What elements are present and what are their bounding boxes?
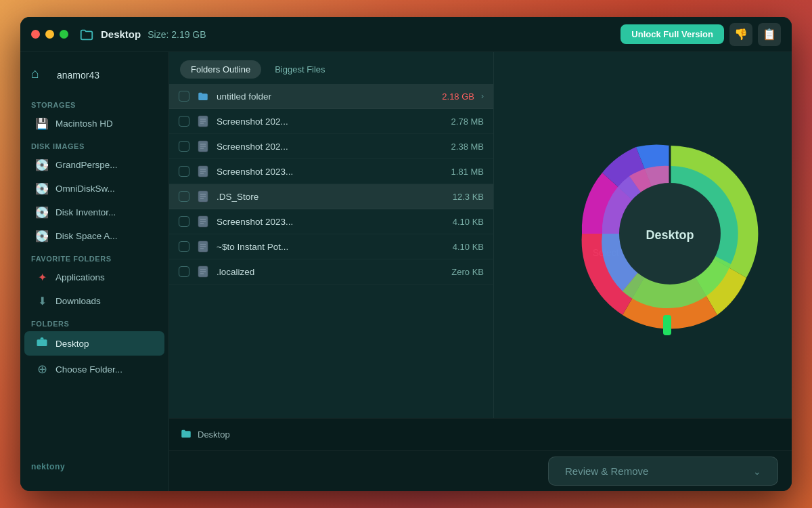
- sidebar-item-diskinventor[interactable]: 💽 Disk Inventor...: [24, 201, 164, 224]
- footer-bar: Review & Remove ⌄: [169, 450, 792, 491]
- grandpersp-label: GrandPerspe...: [55, 160, 118, 170]
- sidebar-item-diskspace[interactable]: 💽 Disk Space A...: [24, 225, 164, 247]
- nektony-logo: nektony: [31, 462, 65, 471]
- file-row[interactable]: Screenshot 202... 2.38 MB: [169, 134, 493, 159]
- file-size: 4.10 KB: [453, 242, 484, 252]
- file-checkbox[interactable]: [179, 241, 189, 252]
- file-size: 2.38 MB: [451, 142, 484, 152]
- feedback-button[interactable]: 👎: [729, 23, 752, 46]
- doc-icon: [196, 190, 210, 203]
- doc-icon: [196, 215, 210, 228]
- preview-panel: « Select an item to review: [494, 52, 792, 418]
- sidebar-user: ⌂ anamor43: [20, 60, 168, 94]
- sidebar-item-choose-folder[interactable]: ⊕ Choose Folder...: [24, 357, 164, 381]
- traffic-lights: [31, 30, 68, 39]
- sidebar-item-desktop[interactable]: Desktop: [24, 331, 164, 356]
- chevron-down-icon: ⌄: [753, 466, 761, 477]
- app-window: Desktop Size: 2.19 GB Unlock Full Versio…: [20, 17, 792, 491]
- drive-icon: 💾: [35, 117, 49, 130]
- bottom-path-label: Desktop: [198, 429, 230, 440]
- doc-icon: [196, 114, 210, 128]
- minimize-button[interactable]: [45, 30, 54, 39]
- tab-bar: Folders Outline Biggest Files: [169, 52, 493, 84]
- file-checkbox[interactable]: [179, 266, 189, 277]
- file-size: 12.3 KB: [453, 192, 484, 202]
- disk-icon-2: 💽: [35, 182, 49, 195]
- favorite-folders-label: Favorite folders: [20, 248, 168, 266]
- file-name: .DS_Store: [217, 192, 446, 202]
- file-checkbox[interactable]: [179, 141, 189, 152]
- file-name: Screenshot 202...: [217, 117, 445, 127]
- file-row[interactable]: Screenshot 202... 2.78 MB: [169, 109, 493, 134]
- review-remove-label: Review & Remove: [565, 465, 648, 477]
- applications-label: Applications: [55, 272, 105, 282]
- choose-folder-label: Choose Folder...: [55, 364, 122, 375]
- file-checkbox[interactable]: [179, 116, 189, 127]
- svg-rect-0: [37, 339, 47, 346]
- donut-chart-svg: Desktop: [568, 132, 771, 335]
- unlock-button[interactable]: Unlock Full Version: [621, 24, 724, 44]
- doc-icon: [196, 265, 210, 278]
- close-button[interactable]: [31, 30, 40, 39]
- maximize-button[interactable]: [60, 30, 68, 39]
- titlebar: Desktop Size: 2.19 GB Unlock Full Versio…: [20, 17, 792, 52]
- file-checkbox[interactable]: [179, 191, 189, 202]
- sidebar-item-downloads[interactable]: ⬇ Downloads: [24, 290, 164, 312]
- folders-label: Folders: [20, 313, 168, 331]
- folder-icon: [79, 27, 94, 42]
- disk-icon-3: 💽: [35, 206, 49, 219]
- window-size: Size: 2.19 GB: [148, 29, 206, 40]
- file-name: untitled folder: [217, 91, 435, 102]
- desktop-folder-icon: [35, 336, 49, 351]
- downloads-label: Downloads: [55, 296, 101, 306]
- main-content: ⌂ anamor43 Storages 💾 Macintosh HD Disk …: [20, 52, 792, 491]
- file-row[interactable]: Screenshot 2023... 1.81 MB: [169, 159, 493, 184]
- file-name: ~$to Instant Pot...: [217, 242, 446, 252]
- info-button[interactable]: 📋: [758, 23, 781, 46]
- file-row[interactable]: .DS_Store 12.3 KB: [169, 184, 493, 209]
- file-size: Zero KB: [451, 267, 484, 277]
- username-label: anamor43: [57, 70, 99, 81]
- sidebar-item-omnidisk[interactable]: 💽 OmniDiskSw...: [24, 177, 164, 200]
- file-row[interactable]: Screenshot 2023... 4.10 KB: [169, 209, 493, 234]
- home-icon: ⌂: [31, 66, 50, 85]
- sidebar: ⌂ anamor43 Storages 💾 Macintosh HD Disk …: [20, 52, 169, 491]
- file-size: 4.10 KB: [453, 217, 484, 227]
- review-remove-button[interactable]: Review & Remove ⌄: [548, 457, 778, 486]
- file-size: 1.81 MB: [451, 167, 484, 177]
- file-row[interactable]: ~$to Instant Pot... 4.10 KB: [169, 234, 493, 259]
- diskinventor-label: Disk Inventor...: [55, 207, 116, 217]
- desktop-label: Desktop: [55, 339, 89, 349]
- storages-label: Storages: [20, 94, 168, 112]
- disk-icon-1: 💽: [35, 158, 49, 171]
- file-checkbox[interactable]: [179, 166, 189, 177]
- sidebar-item-macintosh-hd[interactable]: 💾 Macintosh HD: [24, 112, 164, 135]
- tab-biggest-files[interactable]: Biggest Files: [264, 60, 336, 79]
- sidebar-item-applications[interactable]: ✦ Applications: [24, 266, 164, 289]
- file-name: .localized: [217, 267, 445, 277]
- file-list: untitled folder 2.18 GB › Screenshot 202…: [169, 84, 493, 418]
- file-size: 2.78 MB: [451, 117, 484, 127]
- file-name: Screenshot 2023...: [217, 217, 446, 227]
- file-name: Screenshot 202...: [217, 142, 445, 152]
- donut-chart: Desktop: [568, 132, 771, 338]
- doc-icon: [196, 240, 210, 253]
- file-panel: Folders Outline Biggest Files untitled f…: [169, 52, 494, 418]
- content-top: Folders Outline Biggest Files untitled f…: [169, 52, 792, 418]
- disk-icon-4: 💽: [35, 230, 49, 242]
- svg-rect-32: [663, 315, 671, 335]
- file-row[interactable]: .localized Zero KB: [169, 259, 493, 284]
- disk-images-label: Disk Images: [20, 135, 168, 153]
- diskspace-label: Disk Space A...: [55, 231, 118, 241]
- chevron-right-icon: ›: [481, 91, 484, 101]
- file-checkbox[interactable]: [179, 216, 189, 227]
- file-row[interactable]: untitled folder 2.18 GB ›: [169, 84, 493, 109]
- tab-folders-outline[interactable]: Folders Outline: [180, 60, 261, 79]
- sidebar-item-grandpersp[interactable]: 💽 GrandPerspe...: [24, 154, 164, 176]
- info-icon: 📋: [763, 28, 776, 41]
- bottom-bar: Desktop: [169, 418, 792, 450]
- apps-icon: ✦: [35, 271, 49, 284]
- add-folder-icon: ⊕: [35, 362, 49, 377]
- file-checkbox[interactable]: [179, 91, 189, 102]
- downloads-icon: ⬇: [35, 295, 49, 308]
